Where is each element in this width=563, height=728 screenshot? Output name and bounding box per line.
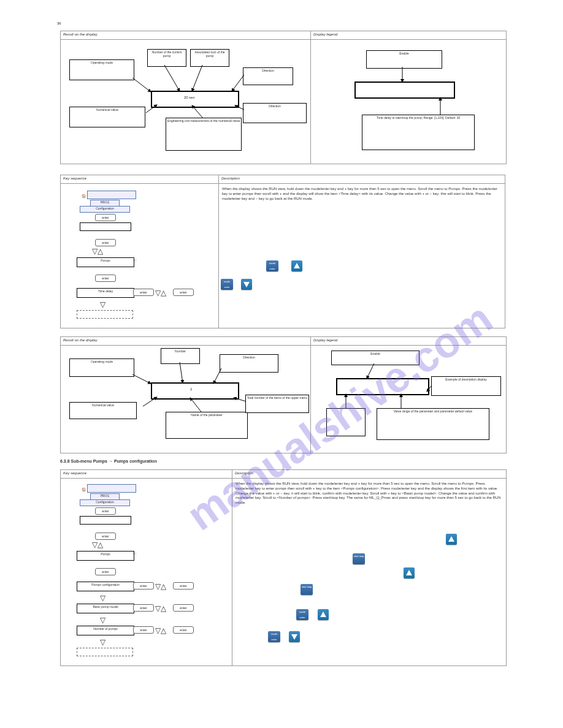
box-op-mode: Operating mode xyxy=(69,59,134,80)
plus-icon-d2[interactable] xyxy=(404,567,415,578)
nav-arrows-2: ▽△ xyxy=(155,289,166,298)
nav-arrows-1: ▽△ xyxy=(92,247,103,257)
c-enable: Enable xyxy=(331,351,419,365)
c-value: Numerical value xyxy=(69,402,137,419)
key-enter-4: enter xyxy=(133,289,154,296)
c-example: Example of description display xyxy=(431,376,501,396)
start-stop-icon-2[interactable]: start stop xyxy=(301,584,313,595)
mode-enter-icon-d1[interactable]: mode enter xyxy=(296,609,308,620)
panel-a-right-title: Display legend xyxy=(313,32,337,37)
d-pumps-config: Pumps configuration xyxy=(77,582,134,591)
key-enter-d4: enter xyxy=(133,582,154,590)
key-enter-d9: enter xyxy=(173,626,194,634)
d-pump-model: Basic pump model xyxy=(77,604,134,613)
step-time-delay: Time delay xyxy=(77,288,134,298)
box-num-pump: Number of the current pump xyxy=(147,49,186,67)
minus-icon-d1[interactable] xyxy=(289,631,300,642)
bc-config: Configuration xyxy=(80,206,130,213)
nav-down-1: ▽ xyxy=(100,300,105,310)
box-unit: Engineering unit measurement of the nume… xyxy=(166,118,242,151)
nav-arrows-d1: ▽△ xyxy=(92,540,103,550)
panel-c-left-title: Result on the display xyxy=(63,338,98,343)
key-enter-d2: enter xyxy=(95,533,116,540)
key-enter-d7: enter xyxy=(173,604,194,612)
box-dir2: Direction xyxy=(243,103,307,123)
box-value: Numerical value xyxy=(69,107,145,127)
nav-down-d2: ▽ xyxy=(100,616,105,626)
panel-a-left-title: Result on the display xyxy=(63,32,98,37)
key-enter-1: enter xyxy=(95,214,116,221)
step-pumps: Pumps xyxy=(77,257,134,267)
display-main-a: 20 sec xyxy=(184,96,195,100)
nav-arrows-d2: ▽△ xyxy=(155,582,166,592)
cursor-left-d: <- xyxy=(133,552,137,556)
display-main-c: 2 xyxy=(190,387,192,392)
box-enable: Enable xyxy=(366,50,442,69)
d-num-pumps: Number of pumps xyxy=(77,626,134,635)
key-enter-5: enter xyxy=(173,289,194,296)
start-stop-icon-1[interactable]: start stop xyxy=(353,553,365,564)
key-enter-2: enter xyxy=(95,239,116,246)
panel-b-desc: When the display shows the RUN view, hol… xyxy=(222,187,501,201)
home-icon-d: 🏠 xyxy=(82,488,86,493)
mode-enter-icon-1[interactable]: mode enter xyxy=(266,260,278,271)
panel-c-right-title: Display legend xyxy=(313,338,337,343)
bc-config-d: Configuration xyxy=(80,499,130,506)
panel-d-left-title: Key sequence xyxy=(63,471,86,476)
plus-icon-1[interactable] xyxy=(291,260,302,271)
page-number: 36 xyxy=(57,21,61,25)
c-direction: Direction xyxy=(220,354,278,373)
c-total: Total number of the items of the upper-m… xyxy=(245,395,309,413)
panel-d-right-title: Description xyxy=(235,471,253,476)
mode-enter-icon-d2[interactable]: mode enter xyxy=(268,631,280,642)
plus-icon-d3[interactable] xyxy=(318,609,329,620)
c-number: Number xyxy=(161,348,200,364)
minus-icon-1[interactable] xyxy=(241,279,252,290)
key-enter-d3: enter xyxy=(95,568,116,575)
home-icon: 🏠 xyxy=(82,194,86,199)
panel-b-right-title: Description xyxy=(221,176,240,181)
d-pumps: Pumps xyxy=(77,551,134,561)
nav-down-d1: ▽ xyxy=(100,594,105,604)
key-enter-d1: enter xyxy=(95,507,116,515)
box-direction: Direction xyxy=(243,67,293,85)
c-mode: Operating mode xyxy=(69,358,134,377)
plus-icon-d1[interactable] xyxy=(446,534,457,545)
nav-arrows-d3: ▽△ xyxy=(155,604,166,614)
c-param-name: Name of the parameter xyxy=(166,412,248,439)
nav-down-d3: ▽ xyxy=(100,638,105,648)
nav-arrows-d4: ▽△ xyxy=(155,626,166,636)
cursor-left: <- xyxy=(133,258,137,263)
c-range: Value range of the parameter and paramet… xyxy=(377,408,489,440)
key-enter-d6: enter xyxy=(133,604,154,612)
mode-enter-icon-2[interactable]: mode enter xyxy=(221,279,233,290)
key-enter-d8: enter xyxy=(133,626,154,634)
panel-d-desc: When the display shows the RUN view, hol… xyxy=(236,482,502,506)
key-enter-3: enter xyxy=(95,275,116,282)
panel-b-left-title: Key sequence xyxy=(63,176,86,181)
box-icon-pump: Associated icon of the pump xyxy=(190,49,229,67)
box-time-delay: Time delay to start/stop the pump; Range… xyxy=(362,115,475,150)
section-title: 6.3.8 Sub-menu Pumps → Pumps configurati… xyxy=(60,458,157,464)
key-enter-d5: enter xyxy=(173,582,194,590)
